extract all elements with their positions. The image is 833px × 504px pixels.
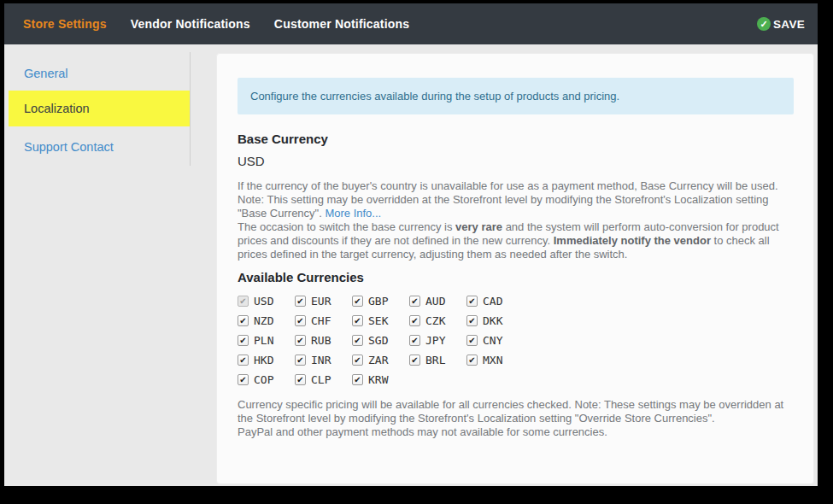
currency-option-inr[interactable]: ✔ INR (295, 354, 352, 366)
checkbox-checked-icon: ✔ (238, 296, 249, 307)
currency-option-dkk[interactable]: ✔ DKK (466, 314, 524, 327)
sidebar-item-localization[interactable]: Localization (9, 91, 190, 126)
top-navbar: Store Settings Vendor Notifications Cust… (4, 3, 818, 44)
currency-code-label: CAD (483, 295, 502, 308)
checkbox-checked-icon: ✔ (409, 355, 420, 366)
base-currency-heading: Base Currency (238, 132, 794, 146)
description-bold: Immediately notify the vendor (554, 234, 711, 247)
currency-option-cny[interactable]: ✔ CNY (466, 334, 524, 347)
currency-note: Currency specific pricing will be availa… (238, 398, 795, 439)
description-text: If the currency of the buyer's country i… (238, 179, 778, 220)
checkbox-checked-icon: ✔ (409, 335, 420, 346)
checkbox-checked-icon: ✔ (295, 296, 306, 307)
currency-option-brl[interactable]: ✔ BRL (409, 354, 466, 366)
currency-code-label: JPY (425, 334, 445, 347)
currency-option-sek[interactable]: ✔ SEK (352, 314, 409, 327)
sidebar-divider (190, 52, 191, 166)
currency-option-hkd[interactable]: ✔ HKD (238, 354, 295, 366)
checkbox-checked-icon: ✔ (238, 374, 249, 385)
currency-option-nzd[interactable]: ✔ NZD (238, 314, 295, 327)
content-panel: Configure the currencies available durin… (216, 53, 814, 484)
check-circle-icon: ✓ (757, 17, 771, 31)
checkbox-checked-icon: ✔ (295, 374, 306, 385)
description-text: The occasion to switch the base currency… (238, 220, 455, 233)
currency-option-mxn[interactable]: ✔ MXN (466, 354, 524, 366)
currency-code-label: CLP (311, 373, 331, 386)
app-window: Store Settings Vendor Notifications Cust… (4, 3, 818, 486)
currency-option-chf[interactable]: ✔ CHF (295, 314, 352, 327)
checkbox-checked-icon: ✔ (238, 315, 249, 326)
currency-code-label: INR (311, 354, 331, 366)
checkbox-checked-icon: ✔ (352, 374, 363, 385)
currency-code-label: NZD (254, 314, 273, 327)
base-currency-description: If the currency of the buyer's country i… (238, 179, 795, 261)
currency-option-cad[interactable]: ✔ CAD (466, 295, 524, 308)
checkbox-checked-icon: ✔ (466, 335, 478, 346)
checkbox-checked-icon: ✔ (409, 315, 420, 326)
currency-code-label: KRW (368, 373, 388, 386)
checkbox-checked-icon: ✔ (295, 315, 306, 326)
currency-code-label: ZAR (368, 354, 388, 366)
checkbox-checked-icon: ✔ (466, 315, 478, 326)
description-bold: very rare (455, 220, 502, 233)
checkbox-checked-icon: ✔ (352, 296, 363, 307)
currency-option-krw[interactable]: ✔ KRW (352, 373, 409, 386)
currency-option-zar[interactable]: ✔ ZAR (352, 354, 409, 366)
currency-option-sgd[interactable]: ✔ SGD (352, 334, 409, 347)
currency-code-label: EUR (311, 295, 331, 308)
checkbox-checked-icon: ✔ (352, 335, 363, 346)
sidebar-item-general[interactable]: General (9, 55, 190, 92)
currency-code-label: HKD (254, 354, 273, 366)
currency-option-jpy[interactable]: ✔ JPY (409, 334, 466, 347)
currency-option-rub[interactable]: ✔ RUB (295, 334, 352, 347)
tab-store-settings[interactable]: Store Settings (23, 17, 107, 31)
checkbox-checked-icon: ✔ (352, 355, 363, 366)
currency-code-label: COP (254, 373, 273, 386)
save-button[interactable]: ✓ SAVE (757, 3, 805, 44)
info-banner-text: Configure the currencies available durin… (250, 90, 619, 103)
save-button-label: SAVE (773, 18, 805, 31)
currency-option-gbp[interactable]: ✔ GBP (352, 295, 409, 308)
currency-code-label: MXN (483, 354, 502, 366)
base-currency-value: USD (238, 155, 794, 168)
currency-option-eur[interactable]: ✔ EUR (295, 295, 352, 308)
tab-customer-notifications[interactable]: Customer Notifications (274, 17, 409, 31)
currency-code-label: GBP (368, 295, 388, 308)
currency-code-label: BRL (425, 354, 445, 366)
currency-option-clp[interactable]: ✔ CLP (295, 373, 352, 386)
sidebar-item-support-contact[interactable]: Support Contact (9, 128, 190, 166)
available-currencies-heading: Available Currencies (238, 271, 794, 284)
currency-option-usd: ✔ USD (238, 295, 295, 308)
currency-code-label: USD (254, 295, 273, 308)
checkbox-checked-icon: ✔ (352, 315, 363, 326)
currency-option-pln[interactable]: ✔ PLN (238, 334, 295, 347)
currency-note-line1: Currency specific pricing will be availa… (238, 398, 783, 425)
currency-code-label: CNY (483, 334, 502, 347)
currency-option-czk[interactable]: ✔ CZK (409, 314, 466, 327)
tab-vendor-notifications[interactable]: Vendor Notifications (131, 17, 250, 31)
checkbox-checked-icon: ✔ (466, 296, 478, 307)
currency-code-label: CHF (311, 314, 331, 327)
currency-note-line2: PayPal and other payment methods may not… (238, 425, 607, 438)
currency-option-cop[interactable]: ✔ COP (238, 373, 295, 386)
checkbox-checked-icon: ✔ (295, 335, 306, 346)
checkbox-checked-icon: ✔ (466, 355, 478, 366)
currency-option-aud[interactable]: ✔ AUD (409, 295, 466, 308)
currency-code-label: SGD (368, 334, 388, 347)
currency-code-label: DKK (483, 314, 502, 327)
info-banner: Configure the currencies available durin… (238, 78, 794, 114)
checkbox-checked-icon: ✔ (238, 335, 249, 346)
currency-grid: ✔ USD ✔ EUR ✔ GBP ✔ AUD ✔ CAD ✔ NZD ✔ CH… (238, 295, 794, 386)
currency-code-label: SEK (368, 314, 388, 327)
checkbox-checked-icon: ✔ (409, 296, 420, 307)
checkbox-checked-icon: ✔ (295, 355, 306, 366)
checkbox-checked-icon: ✔ (238, 355, 249, 366)
currency-code-label: PLN (254, 334, 273, 347)
more-info-link[interactable]: More Info... (325, 207, 381, 220)
currency-code-label: RUB (311, 334, 331, 347)
currency-code-label: CZK (425, 314, 445, 327)
currency-code-label: AUD (425, 295, 445, 308)
sidebar: General Localization Support Contact (4, 44, 191, 486)
